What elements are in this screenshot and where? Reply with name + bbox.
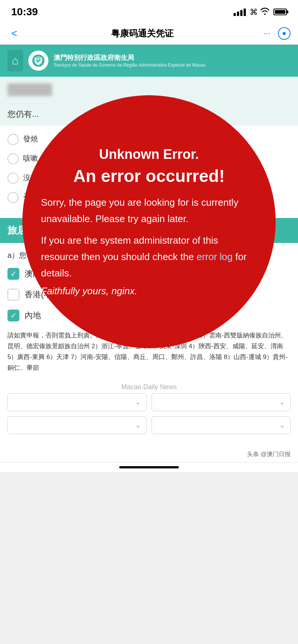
error-overlay: Unknown Error. An error occurred! Sorry,… — [22, 95, 276, 348]
status-bar: 10:39 ⌘ — [0, 0, 298, 22]
nav-actions: ··· — [264, 27, 291, 40]
error-body-1: Sorry, the page you are looking for is c… — [41, 194, 257, 227]
status-time: 10:39 — [11, 6, 38, 18]
scan-icon — [283, 32, 286, 35]
header-banner: ⌂ 澳門特別行政區政府衛生局 Serviços de Saúde do Gove… — [0, 45, 298, 77]
chevron-down-icon-2: ⌄ — [279, 398, 285, 406]
main-content: 您仍有... 發燒 咳嗽、氣促及其他呼吸道症狀 沒有以上症狀 否 旅居史 — [0, 77, 298, 472]
status-icons: ⌘ — [234, 7, 287, 17]
select-province-1[interactable]: ⌄ — [7, 393, 146, 411]
error-admin-text: If you are the system administrator of t… — [41, 235, 218, 262]
chevron-down-icon-3: ⌄ — [135, 421, 141, 429]
header-title-cn: 澳門特別行政區政府衛生局 — [54, 53, 291, 63]
nav-title: 粤康码通关凭证 — [21, 28, 263, 39]
home-button[interactable]: ⌂ — [7, 50, 23, 71]
header-text: 澳門特別行政區政府衛生局 Serviços de Saúde do Govern… — [54, 53, 291, 68]
health-label: 您仍有... — [7, 109, 39, 119]
error-sorry-text: Sorry, the page you are looking for is c… — [41, 197, 238, 224]
error-nginx: Faithfully yours, nginx. — [41, 285, 257, 297]
battery-icon — [273, 9, 287, 15]
bottom-bar — [0, 462, 298, 472]
watermark: Macao Daily News — [7, 381, 291, 393]
scan-button[interactable] — [278, 27, 291, 40]
blurred-id — [7, 83, 52, 96]
checkbox-no[interactable] — [7, 192, 19, 203]
select-city-2[interactable]: ⌄ — [152, 416, 291, 434]
header-title-pt: Serviços de Saúde do Governo da Região A… — [54, 63, 291, 68]
travel-label-mainland: 內地 — [25, 310, 41, 321]
checkbox-hk[interactable] — [7, 289, 19, 301]
checkbox-macau[interactable] — [7, 268, 19, 280]
select-grid-2: ⌄ ⌄ — [7, 416, 291, 434]
signal-icon — [234, 8, 246, 16]
checkbox-cough[interactable] — [7, 153, 19, 164]
error-log-link[interactable]: error log — [197, 251, 233, 262]
select-grid-1: ⌄ ⌄ — [7, 393, 291, 411]
checkbox-none[interactable] — [7, 173, 19, 184]
checkbox-fever[interactable] — [7, 134, 19, 145]
chevron-down-icon-4: ⌄ — [279, 421, 285, 429]
error-body-2: If you are the system administrator of t… — [41, 232, 257, 282]
wifi-icon: ⌘ — [250, 7, 270, 17]
nav-bar: < 粤康码通关凭证 ··· — [0, 22, 298, 45]
house-icon: ⌂ — [12, 54, 19, 67]
more-button[interactable]: ··· — [264, 29, 270, 38]
footer-credit: 头条 @澳门日报 — [0, 447, 298, 462]
select-city-1[interactable]: ⌄ — [152, 393, 291, 411]
chevron-down-icon-1: ⌄ — [135, 398, 141, 406]
logo-icon — [28, 51, 48, 71]
error-main: An error occurred! — [41, 166, 257, 186]
select-province-2[interactable]: ⌄ — [7, 416, 146, 434]
checkbox-mainland[interactable] — [7, 310, 19, 321]
error-title: Unknown Error. — [41, 147, 257, 162]
back-button[interactable]: < — [7, 26, 21, 41]
home-indicator — [119, 466, 179, 468]
